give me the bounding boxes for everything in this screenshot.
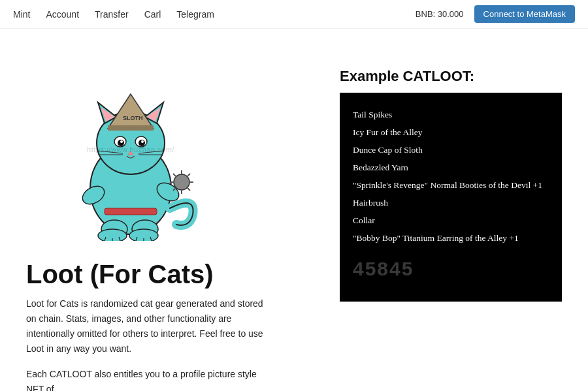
cat-image-container: SLOTH [26, 55, 235, 244]
svg-point-13 [120, 140, 123, 143]
nav-right: BNB: 30.000 Connect to MetaMask [416, 5, 575, 23]
page-description-2: Each CATLOOT also entitles you to a prof… [26, 367, 274, 391]
catloot-item: Dunce Cap of Sloth [353, 141, 549, 159]
svg-point-23 [174, 174, 189, 190]
nav-mint[interactable]: Mint [13, 9, 30, 20]
svg-point-14 [141, 140, 144, 143]
catloot-item: Tail Spikes [353, 106, 549, 123]
nav-telegram[interactable]: Telegram [176, 9, 214, 20]
catloot-item: Icy Fur of the Alley [353, 123, 549, 141]
catloot-item: Collar [353, 211, 549, 229]
nav-transfer[interactable]: Transfer [95, 9, 129, 20]
catloot-item: "Sprinkle's Revenge" Normal Booties of t… [353, 176, 549, 194]
connect-metamask-button[interactable]: Connect to MetaMask [474, 5, 575, 23]
svg-rect-20 [105, 208, 157, 215]
token-id-overlay: 45845 [353, 249, 549, 289]
catloot-item: Hairbrush [353, 194, 549, 211]
page-title: Loot (For Cats) [26, 260, 301, 289]
cat-illustration: SLOTH [39, 58, 222, 241]
left-panel: SLOTH [26, 55, 301, 391]
svg-line-30 [188, 174, 190, 176]
navbar: Mint Account Transfer Carl Telegram BNB:… [0, 0, 588, 29]
svg-rect-7 [108, 125, 154, 131]
svg-line-29 [188, 188, 190, 191]
svg-marker-6 [108, 94, 154, 129]
catloot-box: Tail SpikesIcy Fur of the AlleyDunce Cap… [340, 93, 562, 302]
svg-text:SLOTH: SLOTH [123, 115, 143, 121]
right-panel: Example CATLOOT: Tail SpikesIcy Fur of t… [340, 55, 562, 391]
nav-links: Mint Account Transfer Carl Telegram [13, 9, 416, 20]
nav-account[interactable]: Account [46, 9, 79, 20]
bnb-balance: BNB: 30.000 [416, 9, 464, 19]
main-content: SLOTH [0, 29, 588, 391]
catloot-item: "Bobby Bop" Titanium Earring of the Alle… [353, 229, 549, 247]
example-catloot-title: Example CATLOOT: [340, 68, 562, 85]
catloot-item: Bedazzled Yarn [353, 159, 549, 176]
page-description-1: Loot for Cats is randomized cat gear gen… [26, 296, 274, 356]
nav-carl[interactable]: Carl [144, 9, 161, 20]
svg-line-28 [173, 174, 176, 176]
